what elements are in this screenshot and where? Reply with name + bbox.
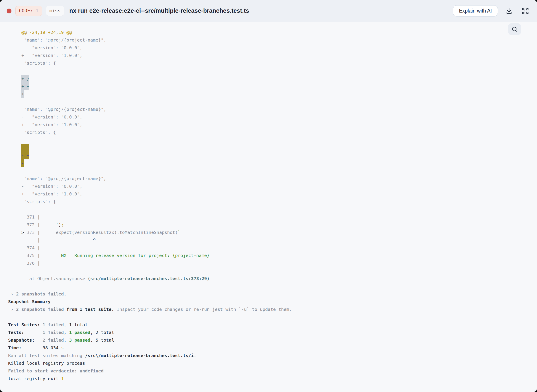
download-icon <box>505 7 513 15</box>
terminal-line: Snapshot Summary <box>8 298 532 306</box>
terminal-line <box>8 167 532 175</box>
explain-with-ai-button[interactable]: Explain with AI <box>453 5 498 16</box>
terminal-line: 372 | `); <box>8 221 532 229</box>
terminal-line: Killed local registry process <box>8 359 532 367</box>
search-icon <box>511 26 518 33</box>
terminal-line: › 2 snapshots failed. <box>8 290 532 298</box>
terminal-line: "name": "@proj/{project-name}", <box>8 36 532 44</box>
cache-miss-badge: miss <box>46 6 64 16</box>
terminal-line: Ran all test suites matching /src\/multi… <box>8 352 532 359</box>
terminal-line: + + <box>8 82 532 90</box>
terminal-line: "scripts": { <box>8 59 532 67</box>
terminal-line: @@ -24,19 +24,19 @@ <box>8 28 532 36</box>
terminal-line: "name": "@proj/{project-name}", <box>8 175 532 182</box>
terminal-line <box>8 313 532 321</box>
terminal-panel: @@ -24,19 +24,19 @@ "name": "@proj/{proj… <box>0 22 537 392</box>
terminal-line: + <box>8 90 532 98</box>
terminal-line: › 2 snapshots failed from 1 test suite. … <box>8 306 532 313</box>
terminal-line: - "version": "0.0.0", <box>8 182 532 190</box>
search-button[interactable] <box>508 23 521 35</box>
terminal-line: | ^ <box>8 236 532 244</box>
terminal-line <box>8 67 532 75</box>
terminal-line: + "version": "1.0.0", <box>8 190 532 198</box>
terminal-line: Test Suites: 1 failed, 1 total <box>8 321 532 329</box>
terminal-line: 375 | NX Running release version for pro… <box>8 252 532 259</box>
expand-icon <box>522 7 529 15</box>
terminal-line: 374 | <box>8 244 532 252</box>
terminal-line: at Object.<anonymous> (src/multiple-rele… <box>8 275 532 283</box>
header-bar: CODE: 1 miss nx run e2e-release:e2e-ci--… <box>0 0 537 22</box>
terminal-line: - "version": "0.0.0", <box>8 113 532 121</box>
terminal-output: @@ -24,19 +24,19 @@ "name": "@proj/{proj… <box>0 22 537 383</box>
download-button[interactable] <box>504 6 514 16</box>
terminal-line: + "version": "1.0.0", <box>8 52 532 59</box>
terminal-line: Snapshots: 2 failed, 3 passed, 5 total <box>8 336 532 344</box>
terminal-line: - <box>8 159 532 167</box>
terminal-line: "name": "@proj/{project-name}", <box>8 106 532 113</box>
log-viewer-window: CODE: 1 miss nx run e2e-release:e2e-ci--… <box>0 0 537 392</box>
terminal-line: + "version": "1.0.0", <box>8 121 532 129</box>
terminal-line: 371 | <box>8 213 532 221</box>
terminal-line: Time: 38.034 s <box>8 344 532 352</box>
terminal-line: Failed to start verdaccio: undefined <box>8 367 532 375</box>
page-title: nx run e2e-release:e2e-ci--src/multiple-… <box>69 8 249 14</box>
terminal-line: "scripts": { <box>8 129 532 136</box>
expand-button[interactable] <box>520 6 530 16</box>
terminal-line: Tests: 1 failed, 1 passed, 2 total <box>8 329 532 336</box>
terminal-line: local registry exit 1 <box>8 375 532 383</box>
exit-code-badge: CODE: 1 <box>15 6 42 16</box>
status-dot <box>7 9 11 14</box>
terminal-line <box>8 267 532 275</box>
terminal-line <box>8 98 532 106</box>
terminal-line: - } <box>8 144 532 152</box>
terminal-line <box>8 205 532 213</box>
terminal-line: > 373 | expect(versionResult2x).toMatchI… <box>8 229 532 236</box>
terminal-line <box>8 283 532 290</box>
terminal-line: - "version": "0.0.0", <box>8 44 532 52</box>
terminal-line: - + <box>8 152 532 159</box>
terminal-line: + } <box>8 75 532 82</box>
terminal-line: 376 | <box>8 259 532 267</box>
terminal-line <box>8 136 532 144</box>
terminal-line: "scripts": { <box>8 198 532 205</box>
